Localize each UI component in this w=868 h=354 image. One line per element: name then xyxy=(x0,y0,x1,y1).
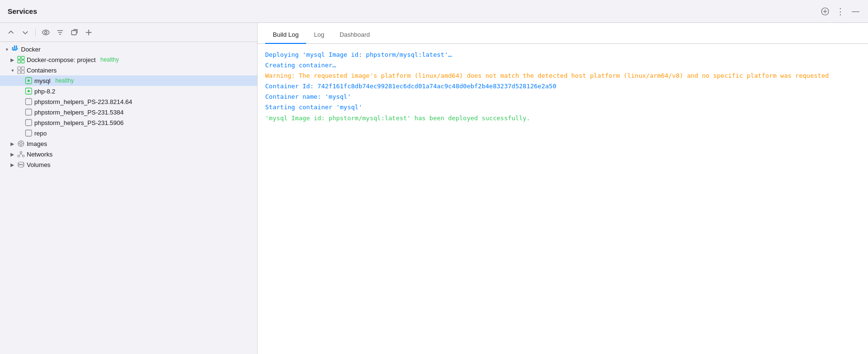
toolbar-divider-1 xyxy=(35,29,36,36)
compose-badge: healthy xyxy=(101,56,119,63)
sidebar-item-docker-compose[interactable]: ▶ Docker-compose: project healthy xyxy=(0,54,257,65)
compose-label: Docker-compose: project xyxy=(27,56,96,63)
log-line-2: Creating container… xyxy=(265,60,860,71)
sidebar-item-networks[interactable]: ▶ Networks xyxy=(0,149,257,159)
svg-rect-12 xyxy=(14,47,15,49)
svg-rect-20 xyxy=(18,67,21,70)
minimize-icon[interactable]: — xyxy=(851,7,860,16)
svg-rect-8 xyxy=(72,31,76,35)
sidebar-item-ps1[interactable]: phpstorm_helpers_PS-223.8214.64 xyxy=(0,96,257,107)
docker-label: Docker xyxy=(21,46,41,53)
sidebar-item-mysql[interactable]: mysql healthy xyxy=(0,75,257,86)
log-content: Deploying 'mysql Image id: phpstorm/mysq… xyxy=(258,44,868,354)
sidebar-item-images[interactable]: ▶ Images xyxy=(0,138,257,149)
svg-line-42 xyxy=(21,153,22,155)
sidebar-item-ps3[interactable]: phpstorm_helpers_PS-231.5906 xyxy=(0,117,257,128)
sidebar-item-ps2[interactable]: phpstorm_helpers_PS-231.5384 xyxy=(0,107,257,117)
svg-point-38 xyxy=(20,151,22,153)
right-panel: Build Log Log Dashboard Deploying 'mysql… xyxy=(258,23,868,354)
svg-rect-22 xyxy=(18,71,21,73)
more-icon[interactable]: ⋮ xyxy=(836,7,845,16)
networks-label: Networks xyxy=(27,151,52,158)
main-container: ▾ Docker ▶ xyxy=(0,23,868,354)
svg-point-46 xyxy=(18,165,24,167)
tabs-bar: Build Log Log Dashboard xyxy=(258,23,868,44)
sidebar-item-docker[interactable]: ▾ Docker xyxy=(0,44,257,54)
log-line-7: 'mysql Image id: phpstorm/mysql:latest' … xyxy=(265,113,860,124)
volumes-icon xyxy=(17,161,25,168)
networks-icon xyxy=(17,150,25,158)
mysql-badge: healthy xyxy=(55,77,74,84)
repo-container-icon xyxy=(25,129,32,137)
mysql-container-icon xyxy=(25,77,32,84)
sidebar-tree: ▾ Docker ▶ xyxy=(0,42,257,354)
log-line-3: Warning: The requested image's platform … xyxy=(265,71,860,81)
svg-rect-18 xyxy=(18,60,21,63)
php82-container-icon xyxy=(25,87,32,95)
new-window-button[interactable] xyxy=(69,27,80,38)
chevron-images: ▶ xyxy=(10,141,15,146)
svg-point-27 xyxy=(28,90,30,93)
ps2-label: phpstorm_helpers_PS-231.5384 xyxy=(34,109,124,116)
sidebar-toolbar xyxy=(0,23,257,42)
chevron-containers: ▾ xyxy=(10,68,15,73)
mysql-label: mysql xyxy=(34,77,51,84)
compose-icon xyxy=(17,56,25,63)
svg-point-25 xyxy=(28,80,30,82)
svg-rect-30 xyxy=(26,120,32,126)
svg-rect-21 xyxy=(21,67,24,70)
sidebar-item-volumes[interactable]: ▶ Volumes xyxy=(0,159,257,170)
log-line-6: Starting container 'mysql' xyxy=(265,102,860,113)
svg-rect-13 xyxy=(16,47,17,49)
containers-icon xyxy=(17,66,25,74)
svg-rect-14 xyxy=(14,46,15,47)
svg-rect-17 xyxy=(21,56,24,59)
containers-label: Containers xyxy=(27,67,57,74)
eye-button[interactable] xyxy=(41,27,51,38)
ps2-container-icon xyxy=(25,108,32,116)
volumes-label: Volumes xyxy=(27,161,51,168)
filter-button[interactable] xyxy=(55,27,65,38)
tab-dashboard[interactable]: Dashboard xyxy=(332,26,378,44)
svg-rect-28 xyxy=(26,99,32,105)
log-line-1: Deploying 'mysql Image id: phpstorm/mysq… xyxy=(265,50,860,60)
tab-log[interactable]: Log xyxy=(306,26,332,44)
collapse-down-button[interactable] xyxy=(20,27,31,38)
svg-rect-19 xyxy=(21,60,24,63)
svg-line-41 xyxy=(20,153,21,155)
svg-rect-29 xyxy=(26,109,32,115)
page-title: Services xyxy=(8,7,37,15)
ps3-container-icon xyxy=(25,119,32,126)
chevron-compose: ▶ xyxy=(10,57,15,62)
tab-build-log[interactable]: Build Log xyxy=(265,26,306,44)
svg-point-33 xyxy=(20,143,22,145)
svg-point-3 xyxy=(42,30,49,35)
ps3-label: phpstorm_helpers_PS-231.5906 xyxy=(34,119,124,126)
svg-point-40 xyxy=(22,155,24,157)
ps1-label: phpstorm_helpers_PS-223.8214.64 xyxy=(34,98,132,105)
images-label: Images xyxy=(27,140,47,147)
docker-icon xyxy=(11,45,19,53)
svg-rect-11 xyxy=(12,47,13,49)
svg-point-39 xyxy=(18,155,20,157)
title-bar: Services ⋮ — xyxy=(0,0,868,23)
add-button[interactable] xyxy=(83,27,94,38)
log-line-4: Container Id: 742f161fc8db74ec99281ec6dc… xyxy=(265,81,860,92)
collapse-up-button[interactable] xyxy=(6,27,16,38)
add-icon[interactable] xyxy=(820,7,830,16)
chevron-volumes: ▶ xyxy=(10,162,15,167)
ps1-container-icon xyxy=(25,98,32,105)
log-line-5: Container name: 'mysql' xyxy=(265,92,860,102)
sidebar: ▾ Docker ▶ xyxy=(0,23,258,354)
svg-rect-31 xyxy=(26,130,32,136)
repo-label: repo xyxy=(34,130,47,137)
images-icon xyxy=(17,140,25,147)
sidebar-item-repo[interactable]: repo xyxy=(0,128,257,138)
chevron-networks: ▶ xyxy=(10,152,15,157)
php82-label: php-8.2 xyxy=(34,88,55,95)
sidebar-item-containers[interactable]: ▾ Containers xyxy=(0,65,257,75)
svg-point-43 xyxy=(18,162,24,165)
svg-point-4 xyxy=(45,31,47,33)
sidebar-item-php82[interactable]: php-8.2 xyxy=(0,86,257,96)
svg-rect-16 xyxy=(18,56,21,59)
